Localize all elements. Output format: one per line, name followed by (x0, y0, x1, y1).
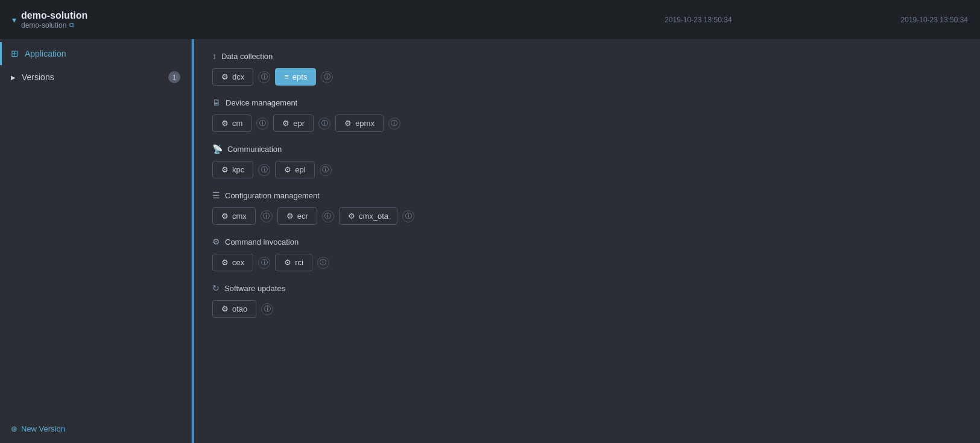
ecr-icon: ⚙ (286, 212, 294, 221)
app-title: demo-solution (21, 10, 87, 21)
section-header-communication: 📡 Communication (212, 144, 962, 154)
service-btn-dcx[interactable]: ⚙ dcx (212, 68, 253, 86)
section-title-device-management: Device management (226, 98, 297, 107)
ecr-label: ecr (297, 212, 308, 221)
section-command-invocation: ⚙ Command invocation ⚙ cex ⓘ ⚙ rci ⓘ (212, 237, 962, 271)
section-header-data-collection: ↕ Data collection (212, 51, 962, 61)
service-btn-cex[interactable]: ⚙ cex (212, 254, 253, 271)
cmx-ota-info-btn[interactable]: ⓘ (402, 210, 414, 222)
sidebar-versions-label: Versions (22, 72, 54, 82)
command-invocation-icon: ⚙ (212, 237, 220, 247)
epts-label: epts (292, 72, 308, 81)
otao-label: otao (232, 304, 247, 313)
cex-label: cex (232, 258, 244, 267)
section-title-software-updates: Software updates (224, 284, 285, 293)
otao-icon: ⚙ (221, 304, 229, 313)
kpc-label: kpc (232, 165, 244, 174)
service-btn-epr[interactable]: ⚙ epr (273, 115, 314, 132)
cmx-ota-icon: ⚙ (348, 212, 355, 221)
communication-icon: 📡 (212, 144, 223, 154)
service-btn-cmx-ota[interactable]: ⚙ cmx_ota (339, 207, 397, 225)
software-updates-icon: ↻ (212, 283, 220, 293)
content-area: ↕ Data collection ⚙ dcx ⓘ ≡ epts ⓘ 🖥 De (194, 39, 980, 443)
cmx-ota-label: cmx_ota (359, 212, 388, 221)
section-items-command-invocation: ⚙ cex ⓘ ⚙ rci ⓘ (212, 254, 962, 271)
subtitle-text: demo-solution (21, 21, 66, 30)
section-items-data-collection: ⚙ dcx ⓘ ≡ epts ⓘ (212, 68, 962, 86)
timestamp-right: 2019-10-23 13:50:34 (901, 16, 968, 24)
cm-info-btn[interactable]: ⓘ (256, 118, 268, 130)
epl-label: epl (295, 165, 305, 174)
epl-icon: ⚙ (284, 165, 291, 174)
sidebar-footer: ⊕ New Version (0, 415, 191, 443)
otao-info-btn[interactable]: ⓘ (261, 303, 273, 315)
kpc-info-btn[interactable]: ⓘ (258, 164, 270, 176)
service-btn-kpc[interactable]: ⚙ kpc (212, 161, 253, 178)
rci-info-btn[interactable]: ⓘ (317, 257, 329, 269)
timestamps: 2019-10-23 13:50:34 2019-10-23 13:50:34 (665, 16, 968, 24)
service-btn-otao[interactable]: ⚙ otao (212, 300, 256, 318)
collapse-icon[interactable]: ▾ (12, 15, 16, 25)
epts-icon: ≡ (284, 72, 289, 81)
data-collection-icon: ↕ (212, 51, 217, 61)
ecr-info-btn[interactable]: ⓘ (322, 210, 334, 222)
dcx-info-btn[interactable]: ⓘ (258, 71, 270, 83)
section-items-software-updates: ⚙ otao ⓘ (212, 300, 962, 318)
service-btn-epts[interactable]: ≡ epts (275, 68, 316, 86)
section-title-communication: Communication (227, 145, 282, 154)
cex-info-btn[interactable]: ⓘ (258, 257, 270, 269)
versions-arrow-icon: ▶ (11, 74, 16, 81)
configuration-management-icon: ☰ (212, 190, 220, 200)
timestamp-left: 2019-10-23 13:50:34 (665, 16, 732, 24)
dcx-icon: ⚙ (221, 72, 229, 81)
section-title-command-invocation: Command invocation (225, 237, 299, 247)
section-header-device-management: 🖥 Device management (212, 98, 962, 107)
epmx-info-btn[interactable]: ⓘ (388, 118, 400, 130)
rci-icon: ⚙ (284, 258, 291, 267)
section-software-updates: ↻ Software updates ⚙ otao ⓘ (212, 283, 962, 318)
section-data-collection: ↕ Data collection ⚙ dcx ⓘ ≡ epts ⓘ (212, 51, 962, 86)
epr-info-btn[interactable]: ⓘ (318, 118, 330, 130)
new-version-label: New Version (21, 424, 65, 433)
copy-icon[interactable]: ⧉ (69, 21, 74, 29)
section-device-management: 🖥 Device management ⚙ cm ⓘ ⚙ epr ⓘ ⚙ epm… (212, 98, 962, 132)
sidebar: ⊞ Application ▶ Versions 1 ⊕ New Version (0, 39, 192, 443)
section-header-command-invocation: ⚙ Command invocation (212, 237, 962, 247)
sidebar-divider (192, 39, 194, 443)
section-header-configuration-management: ☰ Configuration management (212, 190, 962, 200)
epmx-icon: ⚙ (344, 119, 352, 128)
cmx-icon: ⚙ (221, 212, 229, 221)
section-communication: 📡 Communication ⚙ kpc ⓘ ⚙ epl ⓘ (212, 144, 962, 178)
sidebar-item-application[interactable]: ⊞ Application (0, 42, 191, 65)
cm-icon: ⚙ (221, 119, 229, 128)
cex-icon: ⚙ (221, 258, 229, 267)
new-version-button[interactable]: ⊕ New Version (11, 424, 180, 433)
device-management-icon: 🖥 (212, 98, 221, 107)
service-btn-cmx[interactable]: ⚙ cmx (212, 207, 256, 225)
section-header-software-updates: ↻ Software updates (212, 283, 962, 293)
section-items-configuration-management: ⚙ cmx ⓘ ⚙ ecr ⓘ ⚙ cmx_ota ⓘ (212, 207, 962, 225)
top-bar: ▾ demo-solution demo-solution ⧉ 2019-10-… (0, 0, 980, 39)
top-bar-left: ▾ demo-solution demo-solution ⧉ (12, 10, 87, 30)
epts-info-btn[interactable]: ⓘ (321, 71, 333, 83)
service-btn-ecr[interactable]: ⚙ ecr (277, 207, 317, 225)
cmx-info-btn[interactable]: ⓘ (261, 210, 273, 222)
epr-label: epr (293, 119, 305, 128)
application-icon: ⊞ (11, 48, 19, 59)
rci-label: rci (295, 258, 303, 267)
service-btn-epmx[interactable]: ⚙ epmx (335, 115, 384, 132)
service-btn-cm[interactable]: ⚙ cm (212, 115, 251, 132)
epr-icon: ⚙ (282, 119, 289, 128)
kpc-icon: ⚙ (221, 165, 229, 174)
service-btn-epl[interactable]: ⚙ epl (275, 161, 314, 178)
section-items-device-management: ⚙ cm ⓘ ⚙ epr ⓘ ⚙ epmx ⓘ (212, 115, 962, 132)
section-items-communication: ⚙ kpc ⓘ ⚙ epl ⓘ (212, 161, 962, 178)
epl-info-btn[interactable]: ⓘ (320, 164, 332, 176)
versions-badge: 1 (168, 71, 180, 83)
service-btn-rci[interactable]: ⚙ rci (275, 254, 312, 271)
epmx-label: epmx (355, 119, 375, 128)
cmx-label: cmx (232, 212, 247, 221)
sidebar-item-versions[interactable]: ▶ Versions 1 (0, 65, 191, 89)
sidebar-application-label: Application (25, 49, 66, 58)
section-title-data-collection: Data collection (221, 52, 273, 61)
